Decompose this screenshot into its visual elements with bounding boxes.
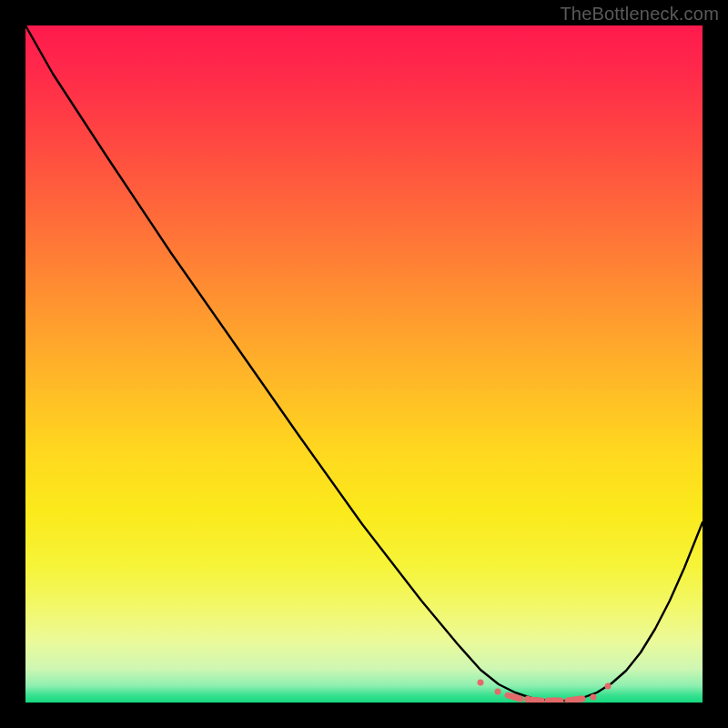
black-curve bbox=[25, 25, 703, 701]
watermark-text: TheBottleneck.com bbox=[560, 4, 719, 25]
plot-area bbox=[25, 25, 703, 703]
highlight-dot bbox=[605, 683, 612, 690]
highlight-dot bbox=[591, 694, 597, 701]
highlight-dot bbox=[495, 689, 501, 695]
highlight-dot bbox=[580, 696, 586, 703]
chart-frame: TheBottleneck.com bbox=[0, 0, 728, 728]
highlight-dot bbox=[525, 696, 531, 703]
chart-svg bbox=[25, 25, 703, 703]
highlight-dot bbox=[478, 680, 484, 686]
highlight-dot bbox=[512, 694, 519, 701]
